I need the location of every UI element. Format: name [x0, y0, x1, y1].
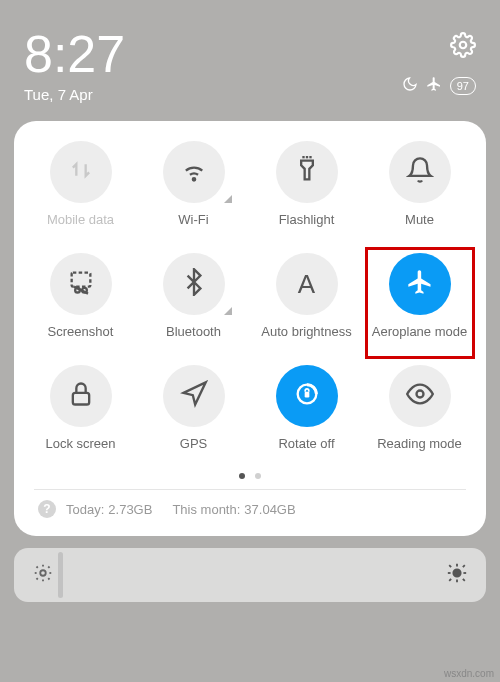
svg-line-29 — [463, 565, 465, 567]
tile-aeroplane-mode[interactable]: Aeroplane mode — [363, 253, 476, 339]
rotate-lock-icon — [293, 380, 321, 412]
svg-line-28 — [463, 579, 465, 581]
svg-point-0 — [460, 42, 467, 49]
tile-lock-screen[interactable]: Lock screen — [24, 365, 137, 451]
data-usage-row[interactable]: ? Today: 2.73GB This month: 37.04GB — [24, 500, 476, 524]
tile-wifi[interactable]: Wi-Fi — [137, 141, 250, 227]
svg-rect-5 — [71, 273, 90, 287]
page-dot — [255, 473, 261, 479]
tile-label: Bluetooth — [166, 324, 221, 339]
wifi-icon — [180, 156, 208, 188]
quick-settings-panel: Mobile data Wi-Fi Flashlight — [14, 121, 486, 536]
lock-icon — [67, 380, 95, 412]
tile-label: Wi-Fi — [178, 212, 208, 227]
tile-rotate-off[interactable]: Rotate off — [250, 365, 363, 451]
tile-label: Reading mode — [377, 436, 462, 451]
brightness-high-icon — [446, 562, 468, 588]
svg-line-20 — [48, 566, 49, 567]
clock-area: 8:27 Tue, 7 Apr — [24, 28, 125, 103]
svg-point-22 — [453, 569, 460, 576]
brightness-slider[interactable] — [14, 548, 486, 602]
airplane-status-icon — [426, 76, 442, 96]
svg-line-27 — [449, 565, 451, 567]
clock: 8:27 — [24, 28, 125, 80]
svg-line-30 — [449, 579, 451, 581]
tile-label: Aeroplane mode — [372, 324, 467, 339]
tile-mute[interactable]: Mute — [363, 141, 476, 227]
svg-line-21 — [36, 578, 37, 579]
tile-label: Flashlight — [279, 212, 335, 227]
tile-label: Lock screen — [45, 436, 115, 451]
flashlight-icon — [293, 156, 321, 188]
svg-point-12 — [416, 391, 423, 398]
svg-line-18 — [36, 566, 37, 567]
svg-line-19 — [48, 578, 49, 579]
usage-today-label: Today: — [66, 502, 104, 517]
mobile-data-icon — [67, 156, 95, 188]
tile-auto-brightness[interactable]: A Auto brightness — [250, 253, 363, 339]
usage-month-label: This month: — [172, 502, 240, 517]
tile-mobile-data[interactable]: Mobile data — [24, 141, 137, 227]
tile-reading-mode[interactable]: Reading mode — [363, 365, 476, 451]
bell-icon — [406, 156, 434, 188]
status-icons: 97 — [402, 76, 476, 96]
expand-indicator-icon — [224, 195, 232, 203]
tile-label: Rotate off — [278, 436, 334, 451]
watermark: wsxdn.com — [444, 668, 494, 679]
brightness-low-icon — [32, 562, 54, 588]
dnd-icon — [402, 76, 418, 96]
auto-brightness-icon: A — [298, 269, 315, 300]
eye-icon — [406, 380, 434, 412]
tile-gps[interactable]: GPS — [137, 365, 250, 451]
airplane-icon — [406, 268, 434, 300]
tile-bluetooth[interactable]: Bluetooth — [137, 253, 250, 339]
tile-label: Mute — [405, 212, 434, 227]
tile-flashlight[interactable]: Flashlight — [250, 141, 363, 227]
tile-label: GPS — [180, 436, 207, 451]
usage-today-value: 2.73GB — [108, 502, 152, 517]
page-indicator — [24, 473, 476, 479]
svg-point-1 — [192, 178, 194, 180]
page-dot — [239, 473, 245, 479]
screenshot-icon — [67, 268, 95, 300]
tile-label: Mobile data — [47, 212, 114, 227]
divider — [34, 489, 466, 490]
date: Tue, 7 Apr — [24, 86, 125, 103]
battery-indicator: 97 — [450, 77, 476, 95]
bluetooth-icon — [180, 268, 208, 300]
svg-point-13 — [40, 570, 46, 576]
status-bar: 8:27 Tue, 7 Apr 97 — [0, 0, 500, 113]
settings-icon[interactable] — [450, 32, 476, 62]
info-icon: ? — [38, 500, 56, 518]
location-icon — [180, 380, 208, 412]
tile-label: Screenshot — [48, 324, 114, 339]
expand-indicator-icon — [224, 307, 232, 315]
tile-label: Auto brightness — [261, 324, 351, 339]
usage-month-value: 37.04GB — [244, 502, 295, 517]
brightness-handle[interactable] — [58, 552, 63, 598]
svg-rect-11 — [304, 392, 309, 398]
svg-rect-9 — [72, 393, 88, 405]
tile-screenshot[interactable]: Screenshot — [24, 253, 137, 339]
